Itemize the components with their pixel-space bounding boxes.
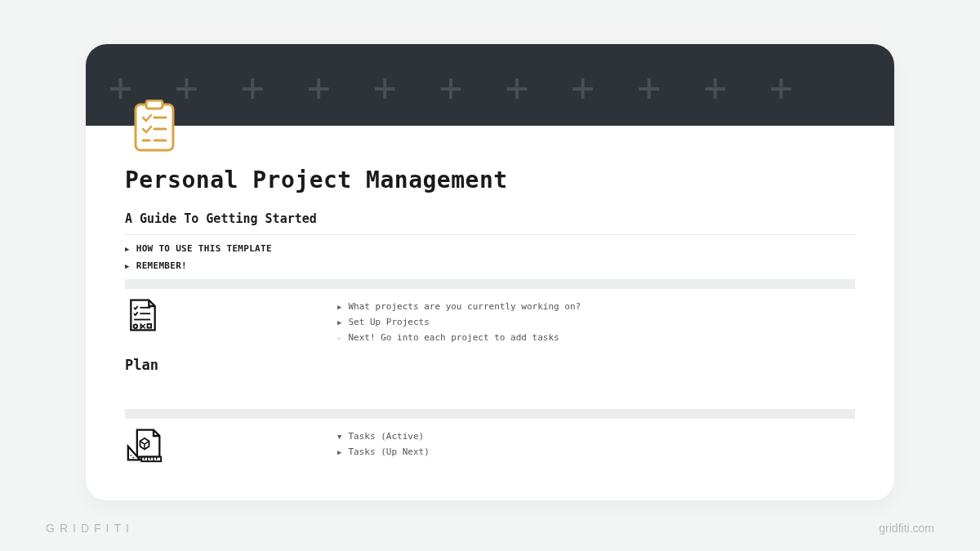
tasks-bullets: ▼ Tasks (Active) ▶ Tasks (Up Next) <box>337 429 855 460</box>
watermark-url: gridfiti.com <box>879 522 934 535</box>
section-plan: ▶ What projects are you currently workin… <box>125 297 855 345</box>
divider-line <box>125 234 855 235</box>
cover-banner: + + + + + + + + + + + <box>86 44 894 126</box>
cover-plus-icon: + <box>637 68 661 107</box>
section-tasks: ▼ Tasks (Active) ▶ Tasks (Up Next) <box>125 427 855 463</box>
cover-plus-icon: + <box>439 68 463 107</box>
cover-plus-icon: + <box>109 68 132 107</box>
toggle-how-to-use[interactable]: ▶ HOW TO USE THIS TEMPLATE <box>125 240 855 257</box>
toggle-tasks-up-next[interactable]: ▶ Tasks (Up Next) <box>337 444 855 460</box>
bullet-label: Tasks (Active) <box>348 431 424 442</box>
page-icon-checklist[interactable] <box>131 100 177 153</box>
toggle-label: REMEMBER! <box>136 260 187 271</box>
bullet-label: What projects are you currently working … <box>348 301 581 312</box>
cover-plus-icon: + <box>373 68 397 107</box>
triangle-right-icon: ▶ <box>125 262 130 270</box>
cover-plus-icon: + <box>769 68 793 107</box>
checklist-document-icon <box>125 297 174 333</box>
page-card: + + + + + + + + + + + Personal Project M… <box>86 44 894 500</box>
cover-plus-icon: + <box>307 68 331 107</box>
svg-rect-0 <box>136 104 173 150</box>
plan-bullets: ▶ What projects are you currently workin… <box>337 299 855 345</box>
watermark-brand: GRIDFITI <box>46 522 134 535</box>
plan-heading: Plan <box>125 357 855 373</box>
toggle-current-projects[interactable]: ▶ What projects are you currently workin… <box>337 299 855 314</box>
bullet-label: Next! Go into each project to add tasks <box>348 332 559 343</box>
triangle-right-icon: ▶ <box>337 303 341 311</box>
cover-plus-icon: + <box>571 68 595 107</box>
bullet-label: Set Up Projects <box>348 317 429 327</box>
cover-plus-icon: + <box>505 68 528 107</box>
page-content: Personal Project Management A Guide To G… <box>86 126 894 463</box>
toggle-next-add-tasks[interactable]: ▹ Next! Go into each project to add task… <box>337 330 855 345</box>
design-tools-icon <box>125 427 174 463</box>
triangle-right-icon: ▶ <box>337 448 341 456</box>
triangle-right-icon: ▹ <box>337 334 341 342</box>
svg-rect-1 <box>146 100 163 109</box>
cover-plus-icon: + <box>703 68 727 107</box>
cover-plus-icon: + <box>175 68 198 107</box>
triangle-right-icon: ▶ <box>125 245 130 253</box>
spacer <box>125 373 855 404</box>
toggle-remember[interactable]: ▶ REMEMBER! <box>125 257 855 274</box>
page-title: Personal Project Management <box>125 167 855 193</box>
page-subtitle: A Guide To Getting Started <box>125 211 855 226</box>
toggle-tasks-active[interactable]: ▼ Tasks (Active) <box>337 429 855 444</box>
triangle-down-icon: ▼ <box>337 433 341 441</box>
toggle-setup-projects[interactable]: ▶ Set Up Projects <box>337 314 855 330</box>
triangle-right-icon: ▶ <box>337 318 341 327</box>
section-divider <box>125 279 855 289</box>
toggle-label: HOW TO USE THIS TEMPLATE <box>136 243 272 254</box>
intro-toggle-list: ▶ HOW TO USE THIS TEMPLATE ▶ REMEMBER! <box>125 240 855 274</box>
cover-plus-icon: + <box>241 68 265 107</box>
section-divider <box>125 409 855 419</box>
bullet-label: Tasks (Up Next) <box>348 447 429 457</box>
